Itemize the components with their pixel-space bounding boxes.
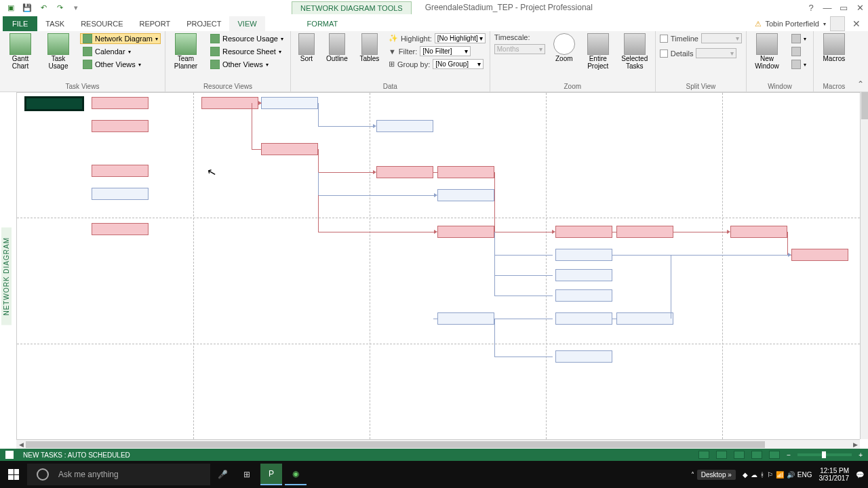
tab-format[interactable]: FORMAT [299,16,347,31]
calendar-button[interactable]: Calendar▾ [80,46,161,57]
qat-customize-icon[interactable]: ▾ [71,2,81,13]
scrollbar-thumb[interactable] [861,92,868,119]
network-diagram-canvas[interactable] [16,92,860,439]
desktop-toolbar[interactable]: Desktop » [697,470,736,480]
task-node[interactable] [616,312,673,325]
scroll-right-icon[interactable]: ▶ [850,441,860,448]
highlight-combo[interactable]: [No Highlight]▾ [435,33,486,43]
network-diagram-button[interactable]: Network Diagram▾ [80,33,161,44]
task-view-icon[interactable]: ⊞ [236,464,258,485]
new-window-button[interactable]: New Window [751,33,783,70]
task-node[interactable] [616,226,673,238]
collapse-ribbon-icon[interactable]: ⌃ [857,79,864,89]
task-node[interactable] [92,97,149,109]
tray-clock[interactable]: 12:15 PM 3/31/2017 [815,467,854,482]
task-node[interactable] [555,269,612,281]
task-node[interactable] [201,97,258,109]
new-tasks-label[interactable]: NEW TASKS : AUTO SCHEDULED [23,451,130,459]
zoom-button[interactable]: Zoom [551,33,578,62]
zoom-slider[interactable] [797,453,852,456]
hide-button[interactable]: ▾ [789,59,809,70]
maximize-icon[interactable]: ▭ [835,3,852,13]
task-node[interactable] [92,188,149,200]
task-node[interactable] [437,312,494,325]
view-shortcut-team-planner[interactable] [734,451,745,459]
zoom-out-icon[interactable]: − [787,451,791,459]
selected-tasks-button[interactable]: Selected Tasks [618,33,651,70]
task-node[interactable] [92,223,149,235]
task-node[interactable] [437,189,494,201]
tab-resource[interactable]: RESOURCE [73,16,131,31]
entire-project-button[interactable]: Entire Project [583,33,613,70]
tab-task[interactable]: TASK [37,16,73,31]
gantt-chart-button[interactable]: Gantt Chart [4,33,37,70]
view-shortcut-report[interactable] [769,451,780,459]
resource-usage-button[interactable]: Resource Usage▾ [208,33,286,44]
task-usage-button[interactable]: Task Usage [42,33,75,70]
minimize-icon[interactable]: — [819,3,835,13]
task-node-summary[interactable] [25,97,83,110]
tray-chevron-up-icon[interactable]: ˄ [691,471,694,479]
outline-button[interactable]: Outline [323,33,351,62]
tray-network-icon[interactable]: 📶 [776,471,784,479]
view-shortcut-task-usage[interactable] [716,451,727,459]
task-node[interactable] [555,226,612,238]
start-button[interactable] [0,461,27,488]
sort-button[interactable]: Sort [295,33,318,62]
task-node[interactable] [261,97,318,109]
tab-file[interactable]: FILE [3,16,37,31]
timeline-checkbox[interactable] [660,35,668,43]
cortana-search[interactable]: Ask me anything [27,464,210,485]
arrange-all-button[interactable] [789,46,809,57]
tab-report[interactable]: REPORT [132,16,179,31]
team-planner-button[interactable]: Team Planner [170,33,202,70]
task-node[interactable] [376,166,433,178]
task-node[interactable] [555,312,612,325]
tray-onedrive-icon[interactable]: ☁ [751,471,757,479]
mic-icon[interactable]: 🎤 [212,464,233,485]
view-sidebar-label[interactable]: NETWORK DIAGRAM [1,228,12,325]
task-node[interactable] [92,120,149,132]
tray-bluetooth-icon[interactable]: ᚼ [760,471,764,479]
scrollbar-thumb[interactable] [26,441,765,448]
macros-button[interactable]: Macros [818,33,850,62]
task-other-views-button[interactable]: Other Views▾ [80,59,161,70]
view-shortcut-resource[interactable] [751,451,762,459]
tab-view[interactable]: VIEW [229,16,264,31]
taskbar-app[interactable]: ◉ [285,464,307,485]
details-checkbox[interactable] [660,49,668,58]
task-node[interactable] [555,249,612,261]
tray-security-icon[interactable]: ⚐ [767,471,773,479]
filter-combo[interactable]: [No Filter]▾ [420,46,471,56]
taskbar-project-app[interactable]: P [260,464,282,485]
switch-windows-button[interactable]: ▾ [789,33,809,44]
tables-button[interactable]: Tables [356,33,383,62]
task-node[interactable] [437,226,494,238]
task-node[interactable] [791,249,848,261]
vertical-scrollbar[interactable] [860,92,868,439]
resource-other-views-button[interactable]: Other Views▾ [208,59,286,70]
horizontal-scrollbar[interactable]: ◀ ▶ [16,439,860,449]
tray-icon[interactable]: ◆ [743,471,748,479]
undo-icon[interactable]: ↶ [38,2,49,13]
task-node[interactable] [261,143,318,155]
task-node[interactable] [437,166,494,178]
scroll-left-icon[interactable]: ◀ [16,441,26,448]
save-icon[interactable]: 💾 [22,2,33,13]
view-shortcut-gantt[interactable] [698,451,709,459]
tray-notification-icon[interactable]: 💬 [856,471,864,479]
zoom-thumb[interactable] [822,451,826,458]
group-combo[interactable]: [No Group]▾ [433,59,484,69]
tray-language[interactable]: ENG [797,471,812,479]
resource-sheet-button[interactable]: Resource Sheet▾ [208,46,286,57]
task-mode-icon[interactable] [5,451,14,459]
zoom-in-icon[interactable]: + [859,451,863,459]
user-account[interactable]: ⚠ Tobin Porterfield ▾ ✕ [755,16,869,31]
task-node[interactable] [555,350,612,363]
tray-volume-icon[interactable]: 🔊 [787,471,795,479]
task-node[interactable] [376,120,433,132]
tab-project[interactable]: PROJECT [178,16,229,31]
redo-icon[interactable]: ↷ [54,2,65,13]
close-icon[interactable]: ✕ [852,3,868,13]
close-subwindow-icon[interactable]: ✕ [849,18,864,29]
